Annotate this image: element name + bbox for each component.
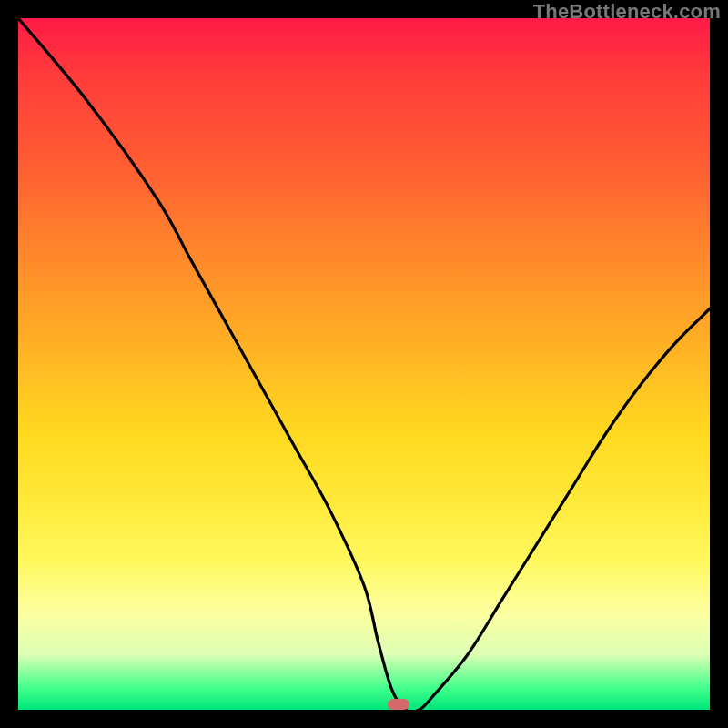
bottleneck-curve [18, 18, 710, 710]
optimal-marker [388, 699, 410, 710]
plot-area [18, 18, 710, 710]
chart-frame: TheBottleneck.com [0, 0, 728, 728]
